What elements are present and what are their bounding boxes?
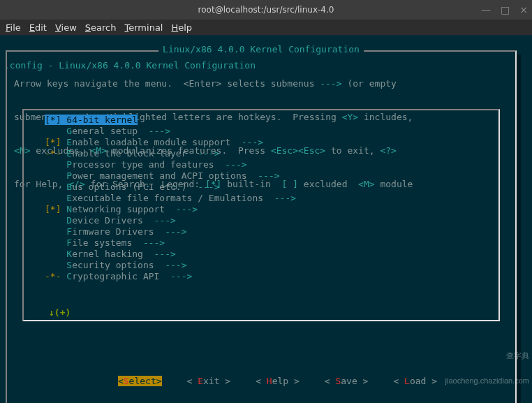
window-title: root@localhost:/usr/src/linux-4.0 <box>198 5 334 15</box>
scroll-down-icon[interactable]: ↓(+) <box>49 307 71 318</box>
main-dialog: Linux/x86 4.0.0 Kernel Configuration Arr… <box>6 50 517 403</box>
menu-list[interactable]: [*] 64-bit kernel General setup --->[*] … <box>45 115 296 282</box>
menu-item[interactable]: -*- Cryptographic API ---> <box>45 271 296 282</box>
menu-item[interactable]: [*] 64-bit kernel <box>45 115 296 126</box>
maximize-icon[interactable]: □ <box>501 4 510 15</box>
window-controls: — □ × <box>481 0 528 20</box>
menu-item[interactable]: Device Drivers ---> <box>45 215 296 226</box>
terminal[interactable]: .config - Linux/x86 4.0.0 Kernel Configu… <box>0 35 532 403</box>
menu-view[interactable]: View <box>52 22 80 33</box>
menu-help[interactable]: Help <box>168 22 195 33</box>
minimize-icon[interactable]: — <box>481 4 491 15</box>
load-button[interactable]: < Load > <box>393 376 437 386</box>
menu-item[interactable]: General setup ---> <box>45 126 296 137</box>
menu-terminal[interactable]: Terminal <box>122 22 166 33</box>
menubar: File Edit View Search Terminal Help <box>0 20 532 35</box>
menu-item[interactable]: Security options ---> <box>45 260 296 271</box>
menu-file[interactable]: File <box>3 22 24 33</box>
menu-item[interactable]: [*] Enable loadable module support ---> <box>45 137 296 148</box>
menu-item[interactable]: Firmware Drivers ---> <box>45 226 296 237</box>
select-button[interactable]: <Select> <box>118 376 162 386</box>
exit-button[interactable]: < Exit > <box>187 376 231 386</box>
menu-item[interactable]: -*- Enable the block layer ---> <box>45 148 296 159</box>
watermark: 查字典 jiaocheng.chazidian.com <box>445 335 529 402</box>
window-titlebar: root@localhost:/usr/src/linux-4.0 — □ × <box>0 0 532 20</box>
help-button[interactable]: < Help > <box>256 376 300 386</box>
button-bar: <Select>< Exit >< Help >< Save >< Load > <box>6 365 517 398</box>
menu-search[interactable]: Search <box>82 22 119 33</box>
close-icon[interactable]: × <box>519 4 528 15</box>
menu-item[interactable]: Executable file formats / Emulations ---… <box>45 193 296 204</box>
menu-item[interactable]: Processor type and features ---> <box>45 159 296 170</box>
menu-list-box: [*] 64-bit kernel General setup --->[*] … <box>22 109 500 321</box>
menu-item[interactable]: File systems ---> <box>45 237 296 249</box>
dialog-title: Linux/x86 4.0.0 Kernel Configuration <box>158 44 364 55</box>
menu-item[interactable]: Kernel hacking ---> <box>45 249 296 260</box>
menu-item[interactable]: Power management and ACPI options ---> <box>45 170 296 182</box>
save-button[interactable]: < Save > <box>325 376 369 386</box>
menu-item[interactable]: Bus options (PCI etc.) ---> <box>45 182 296 193</box>
menu-item[interactable]: [*] Networking support ---> <box>45 204 296 215</box>
menu-edit[interactable]: Edit <box>27 22 50 33</box>
